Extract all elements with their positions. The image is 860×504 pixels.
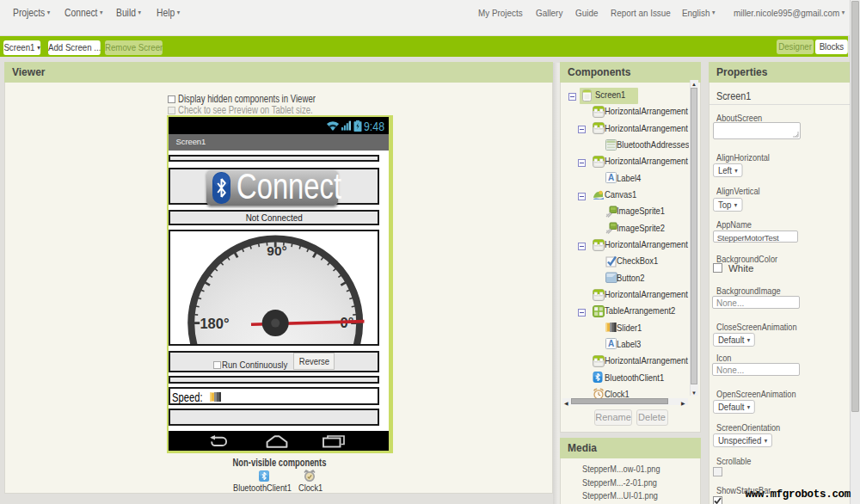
svg-text:90°: 90° <box>267 243 286 258</box>
svg-text:180°: 180° <box>200 316 229 331</box>
svg-text:A: A <box>607 339 613 348</box>
svg-text:A: A <box>607 173 613 182</box>
